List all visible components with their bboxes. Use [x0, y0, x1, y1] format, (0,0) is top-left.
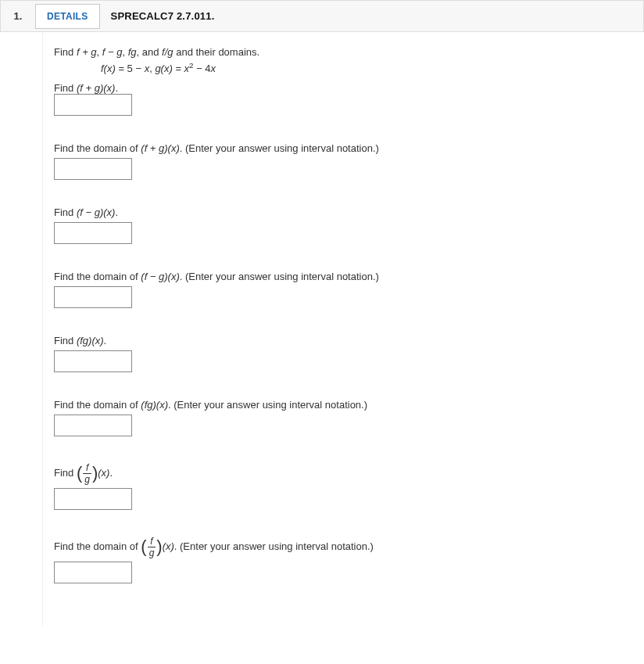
- answer-input-domain-fplusg[interactable]: [54, 158, 132, 180]
- op-fplusg-d: (f + g)(x): [141, 142, 179, 154]
- intro-foverg: f/g: [162, 46, 173, 58]
- prompt-domain-fplusg: Find the domain of (f + g)(x). (Enter yo…: [54, 142, 633, 154]
- frac-num-2: f: [148, 537, 156, 547]
- function-definitions: f(x) = 5 − x, g(x) = x2 − 4x: [101, 63, 633, 74]
- block-domain-foverg: Find the domain of (fg)(x). (Enter your …: [54, 537, 633, 583]
- op-fg: (fg)(x): [77, 335, 104, 346]
- block-fg: Find (fg)(x).: [54, 335, 633, 372]
- find-domain-2: Find the domain of: [54, 271, 141, 282]
- intro-fminusg: f − g: [102, 46, 123, 58]
- intro-text: Find f + g, f − g, fg, and f/g and their…: [54, 46, 633, 58]
- interval-2: . (Enter your answer using interval nota…: [180, 271, 379, 282]
- answer-input-fplusg[interactable]: [54, 94, 132, 116]
- lparen-2: (: [141, 537, 146, 556]
- intro-fg: fg: [128, 46, 137, 58]
- question-content: Find f + g, f − g, fg, and f/g and their…: [42, 32, 644, 626]
- frac-fg-2: fg: [148, 537, 156, 558]
- op-fplusg: (f + g)(x): [77, 82, 115, 94]
- find-domain-1: Find the domain of: [54, 142, 141, 154]
- rparen-2: ): [156, 537, 162, 556]
- frac-den-2: g: [148, 547, 156, 558]
- block-fplusg: Find (f + g)(x).: [54, 82, 633, 116]
- g-rhs-b: − 4: [194, 63, 211, 74]
- dot-4: .: [109, 467, 113, 479]
- intro-and: , and: [137, 46, 163, 58]
- answer-input-foverg[interactable]: [54, 488, 132, 510]
- frac-fg-1: fg: [83, 463, 91, 484]
- intro-find: Find: [54, 46, 77, 58]
- find-domain-4: Find the domain of: [54, 540, 141, 552]
- find-word-2: Find: [54, 206, 77, 218]
- frac-num-1: f: [83, 463, 91, 474]
- dot-1: .: [115, 82, 118, 94]
- find-domain-3: Find the domain of: [54, 399, 141, 411]
- find-word-3: Find: [54, 335, 77, 346]
- prompt-domain-fg: Find the domain of (fg)(x). (Enter your …: [54, 399, 633, 411]
- interval-1: . (Enter your answer using interval nota…: [180, 142, 379, 154]
- ofx-1: (x): [98, 467, 109, 479]
- question-reference: SPRECALC7 2.7.011.: [111, 10, 215, 22]
- answer-input-fg[interactable]: [54, 350, 132, 372]
- prompt-domain-foverg: Find the domain of (fg)(x). (Enter your …: [54, 537, 633, 558]
- answer-input-fminusg[interactable]: [54, 222, 132, 244]
- interval-4: . (Enter your answer using interval nota…: [174, 540, 374, 552]
- question-number: 1.: [1, 1, 35, 31]
- block-domain-fplusg: Find the domain of (f + g)(x). (Enter yo…: [54, 142, 633, 180]
- intro-fplusg: f + g: [77, 46, 97, 58]
- block-foverg: Find (fg)(x).: [54, 463, 633, 510]
- prompt-fplusg: Find (f + g)(x).: [54, 82, 633, 94]
- g-rhs-c: x: [211, 63, 216, 74]
- block-domain-fminusg: Find the domain of (f − g)(x). (Enter yo…: [54, 271, 633, 308]
- dot-2: .: [115, 206, 118, 218]
- intro-sep2: ,: [122, 46, 127, 58]
- f-rhs-a: 5 −: [127, 63, 145, 74]
- answer-input-domain-fminusg[interactable]: [54, 286, 132, 308]
- find-word-4: Find: [54, 467, 77, 479]
- op-fg-d: (fg)(x): [141, 399, 168, 411]
- f-lhs: f(x): [101, 63, 116, 74]
- answer-input-domain-fg[interactable]: [54, 415, 132, 436]
- intro-suffix: and their domains.: [174, 46, 260, 58]
- ofx-2: (x): [163, 540, 174, 552]
- prompt-foverg: Find (fg)(x).: [54, 463, 633, 484]
- interval-3: . (Enter your answer using interval nota…: [168, 399, 367, 411]
- prompt-domain-fminusg: Find the domain of (f − g)(x). (Enter yo…: [54, 271, 633, 282]
- block-fminusg: Find (f − g)(x).: [54, 206, 633, 244]
- question-header: 1. DETAILS SPRECALC7 2.7.011.: [0, 0, 644, 32]
- dot-3: .: [104, 335, 107, 346]
- f-eq: =: [116, 63, 127, 74]
- answer-input-domain-foverg[interactable]: [54, 562, 132, 583]
- prompt-fg: Find (fg)(x).: [54, 335, 633, 346]
- g-lhs: g(x): [155, 63, 172, 74]
- block-domain-fg: Find the domain of (fg)(x). (Enter your …: [54, 399, 633, 436]
- intro-sep1: ,: [97, 46, 102, 58]
- details-button[interactable]: DETAILS: [35, 4, 100, 29]
- frac-den-1: g: [83, 474, 91, 484]
- prompt-fminusg: Find (f − g)(x).: [54, 206, 633, 218]
- lparen-1: (: [77, 463, 82, 483]
- g-eq: =: [173, 63, 184, 74]
- op-fminusg: (f − g)(x): [77, 206, 115, 218]
- find-word-1: Find: [54, 82, 77, 94]
- rparen-1: ): [92, 463, 98, 483]
- op-fminusg-d: (f − g)(x): [141, 271, 179, 282]
